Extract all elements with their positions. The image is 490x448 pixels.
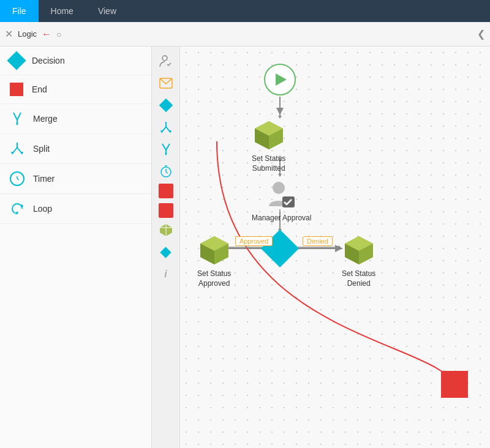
node-set-status-submitted[interactable]: Set StatusSubmitted: [252, 119, 285, 173]
approved-badge: Approved: [235, 236, 273, 246]
svg-line-0: [13, 113, 17, 120]
timer-icon: [10, 171, 24, 186]
palette: Decision End Merge Split: [0, 47, 152, 448]
svg-line-26: [166, 172, 168, 173]
svg-marker-45: [338, 245, 341, 249]
svg-point-13: [162, 56, 167, 61]
svg-line-1: [17, 113, 21, 120]
menu-tab-home[interactable]: Home: [39, 0, 86, 22]
svg-line-10: [17, 179, 19, 180]
merge-label: Merge: [33, 114, 58, 124]
cube-icon-approved: [198, 234, 231, 267]
denied-label: Set StatusDenied: [342, 269, 375, 288]
mini-btn-end-1[interactable]: [159, 184, 173, 198]
denied-badge: Denied: [303, 236, 333, 246]
svg-marker-23: [165, 153, 167, 155]
palette-item-decision[interactable]: Decision: [0, 47, 151, 75]
end-icon: [10, 83, 23, 96]
decision-icon: [7, 51, 26, 70]
mini-btn-person-check[interactable]: [156, 51, 176, 71]
mini-diamond-icon: [159, 99, 173, 113]
palette-item-timer[interactable]: Timer: [0, 164, 151, 194]
palette-item-loop[interactable]: Loop: [0, 194, 151, 224]
toolbar: ✕ Logic ← ○ ❮: [0, 22, 490, 47]
person-approval-icon: [265, 178, 298, 211]
mini-btn-diamond-sm[interactable]: [156, 242, 176, 262]
submitted-label: Set StatusSubmitted: [252, 154, 285, 173]
merge-icon: [10, 111, 24, 126]
back-arrow-icon[interactable]: ←: [42, 29, 51, 40]
canvas: Set StatusSubmitted Manager Approval: [180, 47, 490, 448]
svg-line-20: [162, 144, 166, 150]
mini-btn-split[interactable]: [156, 118, 176, 137]
end-square-icon: [441, 371, 468, 398]
palette-item-end[interactable]: End: [0, 75, 151, 104]
cube-icon-denied: [342, 234, 375, 267]
timer-label: Timer: [33, 174, 55, 184]
svg-line-21: [166, 144, 170, 150]
palette-item-merge[interactable]: Merge: [0, 104, 151, 134]
svg-marker-39: [278, 174, 282, 177]
cube-icon-submitted: [252, 119, 285, 152]
settings-icon[interactable]: ✕: [5, 28, 13, 40]
mini-btn-merge[interactable]: [156, 140, 176, 159]
decision-label: Decision: [32, 56, 65, 65]
menubar: File Home View: [0, 0, 490, 22]
search-icon[interactable]: ○: [56, 29, 61, 39]
mini-btn-diamond[interactable]: [156, 95, 176, 115]
play-icon: [276, 73, 287, 86]
mini-btn-envelope[interactable]: [156, 73, 176, 93]
mini-btn-end-2[interactable]: [159, 203, 173, 218]
logic-label: Logic: [18, 29, 37, 39]
manager-approval-label: Manager Approval: [252, 214, 311, 223]
collapse-button[interactable]: ❮: [477, 28, 485, 40]
mini-toolbar: i: [152, 47, 180, 448]
mini-btn-cube[interactable]: [156, 220, 176, 240]
split-label: Split: [33, 144, 50, 154]
approved-label: Set StatusApproved: [197, 269, 231, 288]
svg-point-50: [273, 182, 285, 194]
svg-marker-3: [16, 123, 18, 125]
node-end[interactable]: [441, 371, 468, 398]
mini-btn-info[interactable]: i: [156, 264, 176, 284]
node-set-status-approved[interactable]: Set StatusApproved: [197, 234, 231, 288]
node-set-status-denied[interactable]: Set StatusDenied: [342, 234, 375, 288]
split-icon: [10, 141, 24, 156]
loop-icon: [10, 201, 24, 216]
mini-diamond-sm-icon: [160, 247, 171, 258]
loop-label: Loop: [33, 204, 52, 214]
palette-item-split[interactable]: Split: [0, 134, 151, 164]
start-circle: [264, 64, 296, 95]
mini-btn-timer[interactable]: [156, 162, 176, 181]
end-label: End: [32, 84, 47, 94]
node-manager-approval[interactable]: Manager Approval: [252, 178, 311, 223]
main-layout: Decision End Merge Split: [0, 47, 490, 448]
decision-diamond: [261, 230, 299, 267]
menu-tab-file[interactable]: File: [0, 0, 39, 22]
menu-tab-view[interactable]: View: [86, 0, 129, 22]
node-start[interactable]: [264, 64, 296, 95]
